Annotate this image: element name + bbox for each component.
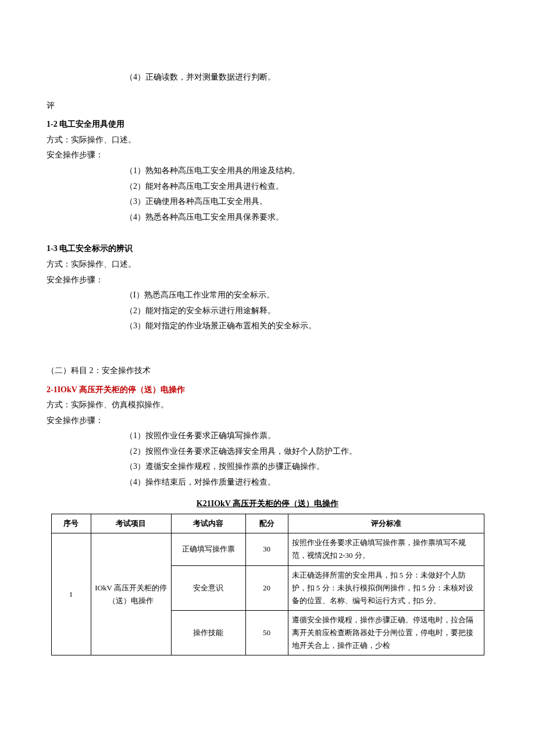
s21-step: （3）遵循安全操作规程，按照操作票的步骤正确操作。 — [125, 459, 488, 475]
cell-score: 50 — [245, 610, 288, 655]
s12-step: （4）熟悉各种高压电工安全用具保养要求。 — [125, 210, 488, 225]
s12-method: 方式：实际操作、口述。 — [47, 132, 488, 148]
eval-char: 评 — [47, 98, 488, 114]
table-caption: K21IOkV 高压开关柜的停（送）电操作 — [47, 496, 488, 512]
table-row: 1 IOkV 高压开关柜的停（送）电操作 正确填写操作票 30 按照作业任务要求… — [51, 533, 484, 565]
subject-2-heading: （二）科目 2：安全操作技术 — [47, 363, 488, 379]
intro-step-4: （4）正确读数，并对测量数据进行判断。 — [125, 70, 488, 85]
cell-content: 正确填写操作票 — [171, 533, 245, 565]
s21-step: （4）操作结束后，对操作质量进行检查。 — [125, 475, 488, 490]
s13-title: 1-3 电工安全标示的辨识 — [47, 241, 488, 257]
th-seq: 序号 — [51, 514, 91, 533]
s21-method: 方式：实际操作、仿真模拟操作。 — [47, 397, 488, 413]
cell-content: 安全意识 — [171, 565, 245, 610]
cell-score: 20 — [245, 565, 288, 610]
s12-step: （2）能对各种高压电工安全用具进行检查。 — [125, 179, 488, 195]
s21-step: （2）按照作业任务要求正确选择安全用具，做好个人防护工作。 — [125, 444, 488, 460]
cell-content: 操作技能 — [171, 610, 245, 655]
cell-criteria: 遵循安全操作规程，操作步骤正确。停送电时，拉合隔离开关前应检查断路器处于分闸位置… — [288, 610, 484, 655]
table-header-row: 序号 考试项目 考试内容 配分 评分标准 — [51, 514, 484, 533]
cell-criteria: 按照作业任务要求正确填写操作票，操作票填写不规范，视情况扣 2-30 分。 — [288, 533, 484, 565]
s13-step: （I）熟悉高压电工作业常用的安全标示。 — [125, 288, 488, 303]
s21-steps-label: 安全操作步骤： — [47, 413, 488, 429]
cell-criteria: 未正确选择所需的安全用具，扣 5 分：未做好个人防护，扣 5 分：未执行模拟倒闸… — [288, 565, 484, 610]
s12-steps-label: 安全操作步骤： — [47, 148, 488, 163]
s12-title: 1-2 电工安全用具使用 — [47, 117, 488, 132]
s13-step: （2）能对指定的安全标示进行用途解释。 — [125, 303, 488, 319]
cell-score: 30 — [245, 533, 288, 565]
th-score: 配分 — [245, 514, 288, 533]
th-criteria: 评分标准 — [288, 514, 484, 533]
th-project: 考试项目 — [91, 514, 171, 533]
cell-seq: 1 — [51, 533, 91, 655]
s13-steps-label: 安全操作步骤： — [47, 273, 488, 288]
scoring-table: 序号 考试项目 考试内容 配分 评分标准 1 IOkV 高压开关柜的停（送）电操… — [51, 514, 484, 655]
s21-title: 2-1IOkV 高压开关柜的停（送）电操作 — [47, 382, 488, 398]
th-content: 考试内容 — [171, 514, 245, 533]
s13-method: 方式：实际操作、口述。 — [47, 257, 488, 273]
cell-project: IOkV 高压开关柜的停（送）电操作 — [91, 533, 171, 655]
s12-step: （3）正确使用各种高压电工安全用具。 — [125, 194, 488, 210]
s13-step: （3）能对指定的作业场景正确布置相关的安全标示。 — [125, 318, 488, 334]
s21-step: （1）按照作业任务要求正确填写操作票。 — [125, 428, 488, 444]
s12-step: （1）熟知各种高压电工安全用具的用途及结构。 — [125, 163, 488, 179]
